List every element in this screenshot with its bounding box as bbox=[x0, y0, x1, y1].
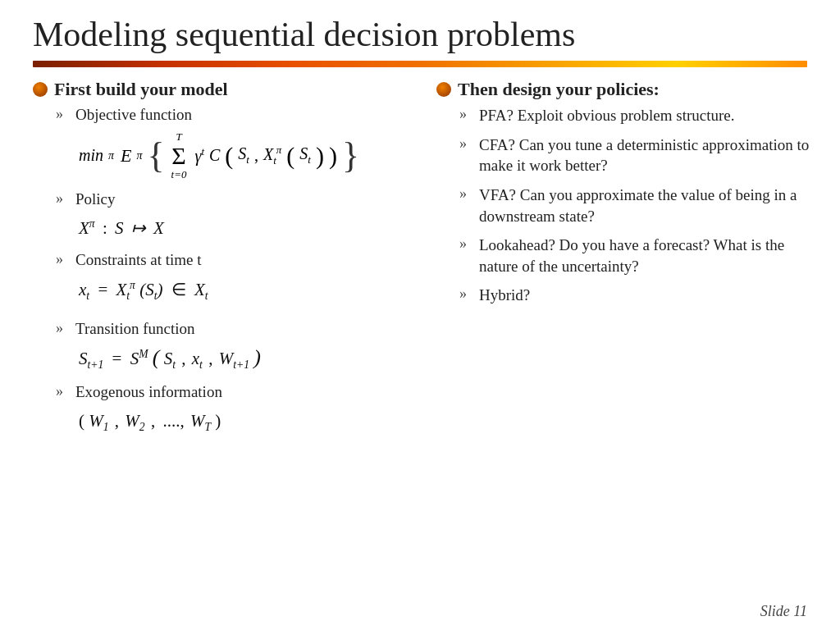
sub-text-policy: Policy bbox=[75, 189, 116, 210]
right-brace: } bbox=[342, 139, 359, 172]
policy-X2: X bbox=[153, 218, 164, 238]
left-sub-bullets: » Objective function min π E π { T Σ t=0… bbox=[56, 105, 412, 436]
equals-2: = bbox=[112, 349, 122, 368]
left-brace: { bbox=[147, 139, 164, 172]
formula-transition: St+1 = SM ( St , xt , Wt+1 ) bbox=[79, 346, 412, 374]
ex-rparen: ) bbox=[215, 411, 221, 431]
comma-4: , bbox=[115, 411, 119, 431]
sub-arrow-r2: » bbox=[459, 135, 474, 153]
S-t: St bbox=[238, 144, 249, 167]
comma-5: , bbox=[151, 411, 155, 431]
xt-var: xt bbox=[192, 349, 203, 368]
comma-3: , bbox=[208, 349, 212, 368]
ex-lparen: ( bbox=[79, 411, 84, 431]
title-section: Modeling sequential decision problems bbox=[0, 0, 840, 61]
left-column: First build your model » Objective funct… bbox=[25, 79, 412, 445]
sub-bullet-constraints: » Constraints at time t bbox=[56, 250, 412, 271]
sub-bullet-hybrid: » Hybrid? bbox=[459, 285, 815, 306]
inner-left-paren: ( bbox=[225, 144, 233, 168]
e-symbol: E bbox=[121, 145, 131, 167]
sub-text-objective: Objective function bbox=[75, 105, 192, 126]
bullet-icon-right bbox=[436, 82, 451, 97]
big-paren-right: ) bbox=[253, 345, 261, 369]
sub-arrow-4: » bbox=[56, 320, 71, 337]
mapsto: ↦ bbox=[131, 218, 146, 238]
left-main-bullet: First build your model bbox=[33, 79, 412, 100]
sub-bullet-vfa: » VFA? Can you approximate the value of … bbox=[459, 185, 815, 226]
S-t-2: St bbox=[299, 144, 311, 167]
sub-bullet-policy: » Policy bbox=[56, 189, 412, 210]
left-main-bullet-text: First build your model bbox=[54, 79, 228, 100]
bullet-icon-left bbox=[33, 82, 48, 97]
X-t-set: Xt bbox=[194, 280, 208, 299]
sub-text-pfa: PFA? Exploit obvious problem structure. bbox=[479, 105, 735, 126]
WT: WT bbox=[190, 411, 211, 431]
sub-arrow-r4: » bbox=[459, 235, 474, 253]
pi-subscript: π bbox=[108, 149, 114, 162]
colon: : bbox=[103, 218, 107, 238]
sub-text-exogenous: Exogenous information bbox=[75, 382, 222, 403]
S-t1: St+1 bbox=[79, 349, 103, 368]
sub-text-transition: Transition function bbox=[75, 319, 195, 340]
slide-number: Slide 11 bbox=[760, 603, 807, 620]
x-t: xt bbox=[79, 280, 89, 299]
St-xt-Wt1: St bbox=[164, 349, 176, 368]
right-sub-bullets: » PFA? Exploit obvious problem structure… bbox=[459, 105, 815, 306]
policy-S: S bbox=[115, 218, 124, 238]
sub-arrow-5: » bbox=[56, 383, 71, 400]
min-symbol: min bbox=[79, 146, 103, 165]
policy-X: X bbox=[79, 218, 89, 238]
sub-bullet-exogenous: » Exogenous information bbox=[56, 382, 412, 403]
formula-constraint: xt = Xtπ (St) ∈ Xt bbox=[79, 277, 412, 305]
W1: W1 bbox=[89, 411, 108, 431]
sum-lower: t=0 bbox=[171, 168, 187, 181]
sub-text-constraints: Constraints at time t bbox=[75, 250, 202, 271]
S-M: SM bbox=[130, 349, 148, 368]
sub-text-cfa: CFA? Can you tune a deterministic approx… bbox=[479, 135, 815, 176]
inner-close-paren: ) bbox=[316, 144, 324, 168]
right-column: Then design your policies: » PFA? Exploi… bbox=[428, 79, 815, 445]
sub-text-vfa: VFA? Can you approximate the value of be… bbox=[479, 185, 815, 226]
gradient-bar bbox=[33, 61, 807, 67]
page-title: Modeling sequential decision problems bbox=[33, 15, 807, 54]
in-symbol: ∈ bbox=[171, 280, 186, 299]
summation-block: T Σ t=0 bbox=[171, 130, 187, 181]
sub-bullet-transition: » Transition function bbox=[56, 319, 412, 340]
formula-policy: Xπ : S ↦ X bbox=[79, 216, 412, 242]
sub-bullet-lookahead: » Lookahead? Do you have a forecast? Wha… bbox=[459, 235, 815, 276]
X-t-pi: Xtπ bbox=[263, 144, 281, 167]
big-paren-left: ( bbox=[153, 345, 160, 369]
main-content: First build your model » Objective funct… bbox=[0, 79, 840, 445]
cost-C: C bbox=[209, 146, 220, 165]
sub-arrow-r1: » bbox=[459, 106, 474, 123]
sub-bullet-pfa: » PFA? Exploit obvious problem structure… bbox=[459, 105, 815, 126]
W2: W2 bbox=[125, 411, 144, 431]
sum-sigma: Σ bbox=[171, 144, 185, 168]
sub-bullet-objective: » Objective function bbox=[56, 105, 412, 126]
X-t-pi-2: Xtπ bbox=[116, 280, 135, 299]
right-main-bullet: Then design your policies: bbox=[436, 79, 815, 100]
outer-close-paren: ) bbox=[329, 144, 337, 168]
pi-superscript: π bbox=[136, 149, 142, 162]
sub-arrow-1: » bbox=[56, 106, 71, 123]
formula-exogenous: ( W1 , W2 , ...., WT ) bbox=[79, 409, 412, 436]
paren-St: (St) bbox=[139, 280, 162, 299]
sub-text-hybrid: Hybrid? bbox=[479, 285, 530, 306]
comma-1: , bbox=[254, 146, 258, 165]
sub-arrow-r3: » bbox=[459, 185, 474, 203]
gamma-t: γt bbox=[195, 145, 205, 166]
ellipsis: ...., bbox=[162, 411, 184, 431]
W-t1: Wt+1 bbox=[219, 349, 249, 368]
inner-paren-2: ( bbox=[286, 144, 294, 168]
sub-arrow-r5: » bbox=[459, 285, 474, 303]
comma-2: , bbox=[181, 349, 185, 368]
sub-arrow-2: » bbox=[56, 190, 71, 208]
equals-1: = bbox=[98, 280, 107, 299]
sub-text-lookahead: Lookahead? Do you have a forecast? What … bbox=[479, 235, 815, 276]
sub-arrow-3: » bbox=[56, 251, 71, 268]
sub-bullet-cfa: » CFA? Can you tune a deterministic appr… bbox=[459, 135, 815, 176]
right-main-bullet-text: Then design your policies: bbox=[458, 79, 660, 100]
formula-objective: min π E π { T Σ t=0 γt C ( St , Xtπ ( St… bbox=[79, 130, 412, 181]
